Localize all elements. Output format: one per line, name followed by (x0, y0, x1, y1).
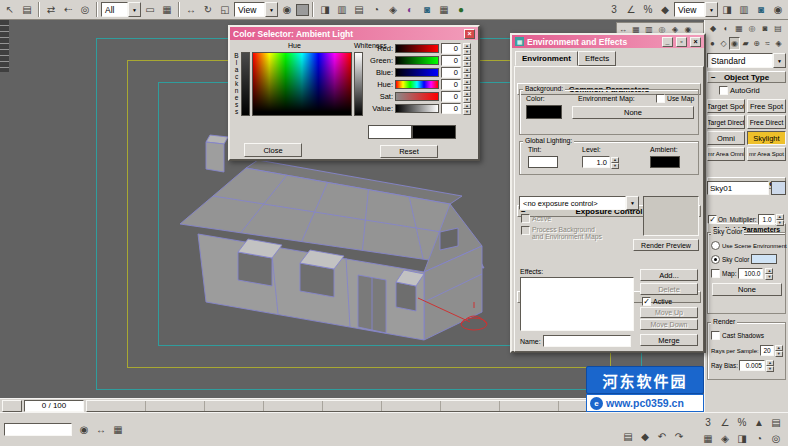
cameras-category-icon[interactable]: ▰ (740, 37, 751, 50)
sat-slider[interactable] (395, 92, 439, 101)
motion-tab-icon[interactable]: ◎ (746, 22, 758, 35)
background-color-swatch[interactable] (526, 105, 562, 119)
light-type-dropdown[interactable]: Standard ▼ (707, 53, 786, 68)
autogrid-checkbox[interactable] (719, 86, 728, 95)
target-spot-button[interactable]: Target Spot (707, 99, 745, 113)
window-crossing-icon[interactable]: ▦ (159, 2, 175, 17)
reference-coordinate-dropdown[interactable]: View ▼ (234, 2, 278, 17)
skylight-on-checkbox[interactable]: ✓ (708, 215, 717, 224)
curve-editor-icon[interactable]: ◔ (368, 2, 384, 17)
angle-snap-toggle-icon[interactable]: ∠ (717, 415, 733, 430)
process-background-checkbox[interactable] (521, 226, 530, 235)
rays-spinner[interactable]: ▲ ▼ (775, 345, 783, 356)
spinner-down-icon[interactable]: ▼ (463, 109, 471, 115)
named-selection-set-dropdown[interactable]: View ▼ (674, 2, 718, 17)
effects-listbox[interactable] (520, 277, 634, 331)
tab-effects[interactable]: Effects (578, 51, 616, 66)
tab-environment[interactable]: Environment (515, 51, 578, 66)
green-spinner[interactable]: ▲▼ (463, 55, 471, 66)
mirror-bottom-icon[interactable]: ◨ (734, 431, 750, 446)
absolute-mode-icon[interactable]: ↔ (93, 422, 109, 437)
maxscript-mini-listener[interactable] (4, 423, 72, 436)
snap-toggle-icon[interactable]: 3 (606, 2, 622, 17)
sat-value-field[interactable]: 0 (441, 91, 461, 102)
red-slider[interactable] (395, 44, 439, 53)
unlink-selection-icon[interactable]: ⇠ (60, 2, 76, 17)
spinner-down-icon[interactable]: ▼ (611, 163, 619, 169)
selection-lock-icon[interactable]: ◉ (76, 422, 92, 437)
geometry-category-icon[interactable]: ● (707, 37, 718, 50)
schematic-bottom-icon[interactable]: ◎ (768, 431, 784, 446)
track-view-icon[interactable]: ◔ (751, 431, 767, 446)
chevron-down-icon[interactable]: ▼ (773, 53, 786, 68)
material-editor-icon[interactable]: ◐ (402, 2, 418, 17)
render-setup-icon[interactable]: ◙ (419, 2, 435, 17)
object-type-rollout[interactable]: − Object Type (707, 71, 786, 83)
skylight-button[interactable]: Skylight (747, 131, 786, 145)
value-spinner[interactable]: ▲▼ (463, 103, 471, 114)
free-spot-button[interactable]: Free Spot (747, 99, 786, 113)
free-direct-button[interactable]: Free Direct (747, 115, 786, 129)
map-checkbox[interactable] (711, 269, 720, 278)
environment-map-none-button[interactable]: None (572, 106, 694, 119)
lights-category-icon[interactable]: ◉ (729, 37, 740, 50)
bind-to-spacewarp-icon[interactable]: ◎ (77, 2, 93, 17)
blue-slider[interactable] (395, 68, 439, 77)
merge-button[interactable]: Merge (640, 334, 698, 346)
ambient-swatch[interactable] (650, 156, 680, 168)
helpers-category-icon[interactable]: ⊕ (751, 37, 762, 50)
grid-toggle-icon[interactable]: ▦ (110, 422, 126, 437)
percent-snap-toggle-icon[interactable]: % (734, 415, 750, 430)
ray-bias-field[interactable]: 0.005 (739, 360, 765, 371)
xref-icon[interactable]: ◈ (717, 431, 733, 446)
close-icon[interactable]: × (464, 29, 475, 39)
select-and-link-icon[interactable]: ⇄ (43, 2, 59, 17)
value-slider[interactable] (395, 104, 439, 113)
sky-color-swatch[interactable] (751, 254, 777, 264)
hue-blackness-picker[interactable] (252, 52, 352, 116)
object-name-field[interactable]: Sky01 (707, 181, 769, 195)
ray-bias-spinner[interactable]: ▲ ▼ (766, 360, 774, 371)
multiplier-spinner[interactable]: ▲ ▼ (776, 214, 784, 225)
multiplier-field[interactable]: 1.0 (758, 214, 775, 225)
select-object-icon[interactable]: ↖ (2, 2, 18, 17)
object-color-swatch[interactable] (771, 181, 786, 195)
render-last-icon[interactable]: ◉ (770, 2, 786, 17)
map-amount-spinner[interactable]: ▲ ▼ (765, 268, 773, 279)
whiteness-strip[interactable] (354, 52, 363, 116)
mr-area-spot-button[interactable]: mr Area Spot (747, 147, 786, 161)
red-value-field[interactable]: 0 (441, 43, 461, 54)
display-tab-icon[interactable]: ◙ (759, 22, 771, 35)
hue-spinner[interactable]: ▲▼ (463, 79, 471, 90)
select-by-name-icon[interactable]: ▤ (19, 2, 35, 17)
render-teapot-icon[interactable]: ◙ (753, 2, 769, 17)
prev-frame-icon[interactable]: ↶ (654, 429, 670, 444)
align-tool-icon[interactable]: ▥ (736, 2, 752, 17)
percent-snap-icon[interactable]: % (640, 2, 656, 17)
environment-titlebar[interactable]: ▦ Environment and Effects _ ▫ × (512, 35, 704, 48)
close-button[interactable]: Close (244, 143, 302, 157)
delete-effect-button[interactable]: Delete (640, 283, 698, 295)
use-pivot-point-icon[interactable]: ◉ (279, 2, 295, 17)
hierarchy-tab-icon[interactable]: ▦ (733, 22, 745, 35)
maximize-icon[interactable]: ▫ (676, 37, 687, 47)
reset-button[interactable]: Reset (380, 145, 438, 158)
chevron-down-icon[interactable]: ▼ (626, 196, 639, 210)
sky-map-none-button[interactable]: None (712, 283, 782, 296)
color-selector-titlebar[interactable]: Color Selector: Ambient Light × (230, 27, 478, 40)
edit-keyboard-icon[interactable]: ▤ (768, 415, 784, 430)
blue-spinner[interactable]: ▲▼ (463, 67, 471, 78)
mirror-tool-icon[interactable]: ◨ (719, 2, 735, 17)
sky-color-radio[interactable] (711, 255, 720, 264)
hue-value-field[interactable]: 0 (441, 79, 461, 90)
spinner-down-icon[interactable]: ▼ (766, 366, 774, 372)
schematic-view-icon[interactable]: ◈ (385, 2, 401, 17)
effect-name-field[interactable] (543, 335, 631, 347)
chevron-down-icon[interactable]: ▼ (265, 2, 278, 17)
align-icon[interactable]: ▥ (334, 2, 350, 17)
value-value-field[interactable]: 0 (441, 103, 461, 114)
spinner-down-icon[interactable]: ▼ (775, 351, 783, 357)
green-value-field[interactable]: 0 (441, 55, 461, 66)
snap-3d-icon[interactable]: 3 (700, 415, 716, 430)
time-slider[interactable]: 0 / 100 (24, 400, 84, 412)
